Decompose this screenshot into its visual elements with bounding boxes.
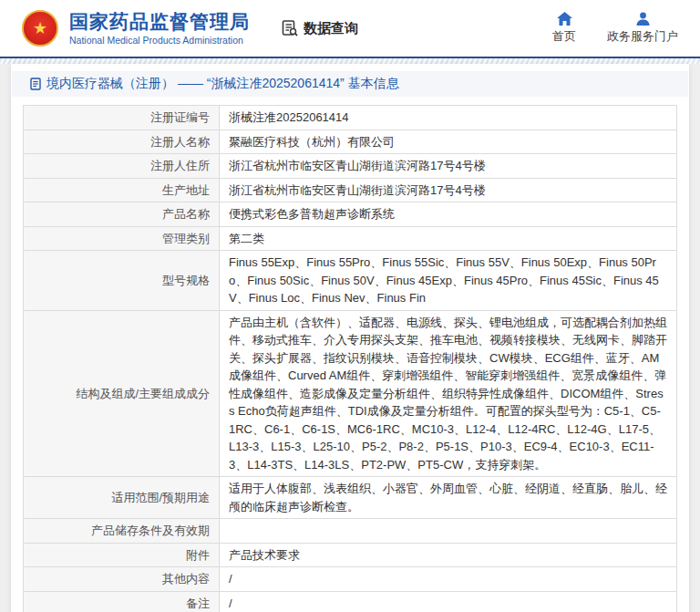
registration-info-table: 注册证编号浙械注准20252061414注册人名称聚融医疗科技（杭州）有限公司注…: [23, 105, 677, 612]
table-row: 附件产品技术要求: [24, 543, 677, 567]
row-label: 产品名称: [24, 202, 220, 227]
site-title: 国家药品监督管理局: [69, 11, 250, 33]
row-value: /: [220, 567, 677, 592]
row-label: 注册人住所: [24, 154, 220, 179]
national-emblem-logo: ★: [22, 10, 58, 47]
breadcrumb: 境内医疗器械（注册） —— “浙械注准20252061414” 基本信息: [12, 71, 688, 97]
row-value: 聚融医疗科技（杭州）有限公司: [220, 130, 677, 154]
row-value: [220, 519, 677, 544]
row-label: 型号规格: [24, 251, 220, 311]
table-row: 生产地址浙江省杭州市临安区青山湖街道滨河路17号4号楼: [24, 178, 677, 202]
row-value: 产品由主机（含软件）、适配器、电源线、探头、锂电池组成，可选配耦合剂加热组件、移…: [220, 310, 677, 477]
table-row: 结构及组成/主要组成成分产品由主机（含软件）、适配器、电源线、探头、锂电池组成，…: [24, 310, 677, 477]
row-label: 产品储存条件及有效期: [24, 519, 220, 544]
breadcrumb-text: 境内医疗器械（注册） —— “浙械注准20252061414” 基本信息: [46, 76, 399, 92]
row-value: 便携式彩色多普勒超声诊断系统: [220, 202, 677, 227]
site-subtitle: National Medical Products Administration: [69, 35, 250, 46]
row-value: 产品技术要求: [220, 543, 677, 567]
nav-gov-portal-label: 政务服务门户: [607, 28, 678, 45]
row-value: 浙江省杭州市临安区青山湖街道滨河路17号4号楼: [220, 154, 677, 179]
row-value: 浙械注准20252061414: [220, 106, 677, 130]
header-nav: 首页 政务服务门户: [552, 12, 678, 45]
content-card: 境内医疗器械（注册） —— “浙械注准20252061414” 基本信息 注册证…: [11, 64, 689, 612]
row-label: 生产地址: [24, 178, 220, 202]
info-table-body: 注册证编号浙械注准20252061414注册人名称聚融医疗科技（杭州）有限公司注…: [24, 106, 677, 612]
nav-home[interactable]: 首页: [552, 12, 576, 45]
nav-gov-portal[interactable]: 政务服务门户: [607, 12, 678, 45]
row-label: 管理类别: [24, 226, 220, 251]
row-label: 备注: [24, 591, 220, 612]
table-row: 型号规格Finus 55Exp、Finus 55Pro、Finus 55Sic、…: [24, 251, 677, 311]
row-value: 第二类: [220, 226, 677, 251]
row-value: 适用于人体腹部、浅表组织、小器官、外周血管、心脏、经阴道、经直肠、胎儿、经颅的临…: [220, 477, 677, 519]
table-row: 备注/: [24, 591, 677, 612]
document-search-icon: [281, 19, 299, 37]
table-row: 产品名称便携式彩色多普勒超声诊断系统: [24, 202, 677, 227]
table-row: 其他内容/: [24, 567, 677, 592]
nav-home-label: 首页: [552, 28, 576, 45]
row-value: 浙江省杭州市临安区青山湖街道滨河路17号4号楼: [220, 178, 677, 202]
table-row: 注册人住所浙江省杭州市临安区青山湖街道滨河路17号4号楼: [24, 154, 677, 179]
brand-block: 国家药品监督管理局 National Medical Products Admi…: [69, 11, 250, 46]
row-label: 适用范围/预期用途: [24, 477, 220, 519]
table-row: 产品储存条件及有效期: [24, 519, 677, 544]
data-query-button[interactable]: 数据查询: [281, 19, 358, 37]
home-icon: [557, 12, 572, 26]
row-label: 结构及组成/主要组成成分: [24, 310, 220, 477]
info-table-wrap: 注册证编号浙械注准20252061414注册人名称聚融医疗科技（杭州）有限公司注…: [11, 97, 689, 612]
row-value: Finus 55Exp、Finus 55Pro、Finus 55Sic、Finu…: [220, 251, 677, 311]
row-label: 注册证编号: [24, 106, 220, 130]
table-row: 管理类别第二类: [24, 226, 677, 251]
table-row: 注册证编号浙械注准20252061414: [24, 106, 677, 130]
site-header: ★ 国家药品监督管理局 National Medical Products Ad…: [0, 0, 700, 58]
row-label: 注册人名称: [24, 130, 220, 154]
user-icon: [636, 12, 650, 26]
page-icon: [30, 78, 41, 90]
row-label: 附件: [24, 543, 220, 567]
row-value: /: [220, 591, 677, 612]
table-row: 适用范围/预期用途适用于人体腹部、浅表组织、小器官、外周血管、心脏、经阴道、经直…: [24, 477, 677, 519]
table-row: 注册人名称聚融医疗科技（杭州）有限公司: [24, 130, 677, 154]
row-label: 其他内容: [24, 567, 220, 592]
data-query-label: 数据查询: [304, 20, 358, 37]
